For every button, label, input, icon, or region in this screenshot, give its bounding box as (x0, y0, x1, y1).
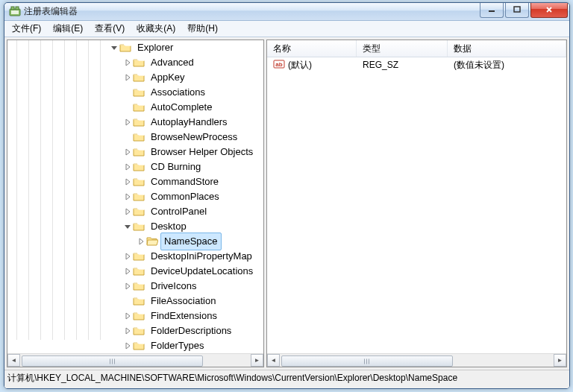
minimize-button[interactable] (480, 2, 504, 18)
scroll-thumb[interactable] (281, 355, 453, 367)
expand-toggle[interactable] (136, 236, 146, 247)
regedit-icon (9, 6, 21, 18)
value-type: REG_SZ (357, 60, 448, 70)
scroll-left-button[interactable]: ◄ (7, 354, 20, 367)
tree-node[interactable]: DesktopIniPropertyMap (7, 249, 263, 264)
col-type[interactable]: 类型 (357, 40, 448, 57)
expand-toggle[interactable] (122, 311, 133, 321)
maximize-button[interactable] (505, 2, 529, 18)
scroll-thumb[interactable] (22, 355, 203, 367)
tree-node[interactable]: CD Burning (7, 159, 263, 174)
expand-toggle[interactable] (122, 341, 133, 351)
client-area: ExplorerAdvancedAppKeyAssociationsAutoCo… (4, 37, 569, 388)
svg-rect-2 (16, 7, 19, 10)
expand-toggle[interactable] (122, 221, 133, 232)
string-value-icon: ab (273, 58, 285, 72)
tree-node[interactable]: Advanced (7, 55, 263, 70)
expand-toggle[interactable] (122, 266, 133, 276)
expand-toggle[interactable] (109, 42, 119, 53)
value-data: (数值未设置) (448, 59, 566, 72)
scroll-left-button[interactable]: ◄ (267, 354, 280, 367)
tree-node-selected[interactable]: NameSpace (7, 234, 263, 249)
tree-node[interactable]: DriveIcons (7, 279, 263, 294)
list-header[interactable]: 名称 类型 数据 (267, 40, 566, 57)
values-pane: 名称 类型 数据 ab(默认)REG_SZ(数值未设置) ◄ ► (266, 39, 567, 367)
expand-toggle[interactable] (122, 57, 133, 68)
col-name[interactable]: 名称 (267, 40, 357, 57)
expand-toggle[interactable] (122, 117, 133, 127)
expand-toggle[interactable] (122, 72, 133, 83)
menubar: 文件(F) 编辑(E) 查看(V) 收藏夹(A) 帮助(H) (4, 21, 569, 37)
window-frame: 注册表编辑器 文件(F) 编辑(E) 查看(V) 收藏夹(A) 帮助(H) Ex… (4, 2, 570, 389)
tree-node-explorer[interactable]: Explorer (7, 40, 263, 55)
svg-rect-4 (489, 10, 495, 12)
expand-toggle[interactable] (122, 206, 133, 217)
tree-pane: ExplorerAdvancedAppKeyAssociationsAutoCo… (7, 39, 264, 367)
menu-edit[interactable]: 编辑(E) (47, 21, 89, 37)
expand-toggle[interactable] (122, 326, 133, 336)
expand-toggle[interactable] (122, 147, 133, 157)
close-button[interactable] (530, 2, 568, 18)
menu-help[interactable]: 帮助(H) (181, 21, 224, 37)
tree-label: FolderTypes (147, 337, 208, 353)
value-name: (默认) (288, 59, 312, 72)
expand-toggle[interactable] (122, 251, 133, 262)
window-title: 注册表编辑器 (24, 5, 480, 18)
svg-rect-5 (514, 7, 520, 12)
tree-node[interactable]: Browser Helper Objects (7, 145, 263, 159)
expand-toggle[interactable] (122, 102, 133, 113)
tree-node[interactable]: FolderTypes (7, 338, 263, 353)
tree-node[interactable]: FileAssociation (7, 294, 263, 309)
tree-hscrollbar[interactable]: ◄ ► (7, 353, 263, 367)
tree-node[interactable]: FolderDescriptions (7, 323, 263, 338)
tree-node[interactable]: AppKey (7, 70, 263, 85)
tree-node[interactable]: AutoComplete (7, 100, 263, 115)
tree-node[interactable]: ControlPanel (7, 204, 263, 219)
tree-node[interactable]: BrowseNewProcess (7, 130, 263, 145)
tree-node[interactable]: FindExtensions (7, 309, 263, 323)
col-data[interactable]: 数据 (448, 40, 566, 57)
svg-rect-3 (11, 10, 19, 14)
scroll-right-button[interactable]: ► (251, 354, 263, 367)
registry-tree[interactable]: ExplorerAdvancedAppKeyAssociationsAutoCo… (7, 40, 263, 353)
list-hscrollbar[interactable]: ◄ ► (267, 353, 566, 367)
menu-view[interactable]: 查看(V) (89, 21, 131, 37)
svg-rect-1 (11, 7, 14, 10)
expand-toggle[interactable] (122, 296, 133, 306)
tree-node[interactable]: AutoplayHandlers (7, 115, 263, 130)
svg-text:ab: ab (275, 61, 282, 68)
tree-node[interactable]: CommonPlaces (7, 189, 263, 204)
scroll-right-button[interactable]: ► (554, 354, 566, 367)
expand-toggle[interactable] (122, 192, 133, 202)
expand-toggle[interactable] (122, 177, 133, 187)
expand-toggle[interactable] (122, 162, 133, 172)
menu-file[interactable]: 文件(F) (6, 21, 47, 37)
window-buttons (480, 2, 568, 17)
menu-favorites[interactable]: 收藏夹(A) (131, 21, 181, 37)
tree-node[interactable]: Desktop (7, 219, 263, 234)
tree-node[interactable]: Associations (7, 85, 263, 100)
list-row[interactable]: ab(默认)REG_SZ(数值未设置) (267, 57, 566, 72)
tree-node[interactable]: CommandStore (7, 174, 263, 189)
expand-toggle[interactable] (122, 132, 133, 142)
titlebar[interactable]: 注册表编辑器 (4, 3, 569, 21)
status-path: 计算机\HKEY_LOCAL_MACHINE\SOFTWARE\Microsof… (7, 373, 457, 383)
statusbar: 计算机\HKEY_LOCAL_MACHINE\SOFTWARE\Microsof… (4, 370, 569, 388)
expand-toggle[interactable] (122, 87, 133, 98)
list-body[interactable]: ab(默认)REG_SZ(数值未设置) (267, 57, 566, 353)
tree-node[interactable]: DeviceUpdateLocations (7, 264, 263, 279)
expand-toggle[interactable] (122, 281, 133, 291)
